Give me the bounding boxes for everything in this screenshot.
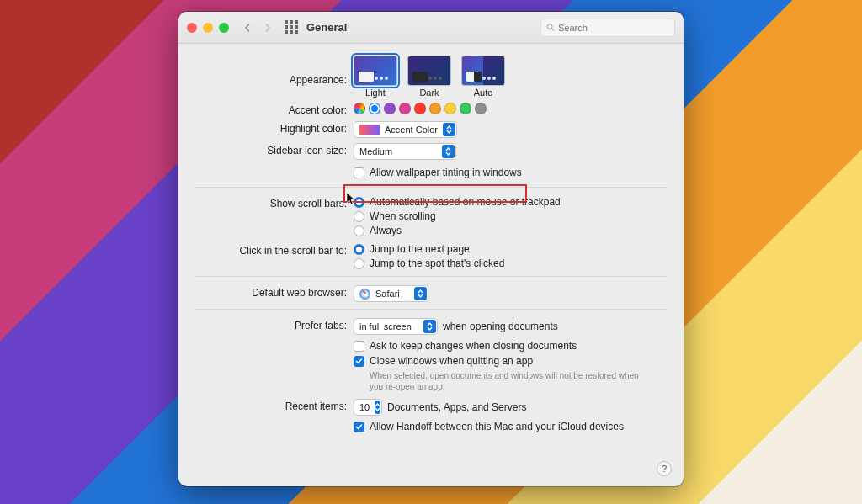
appearance-light[interactable]: Light	[354, 56, 397, 98]
appearance-auto[interactable]: Auto	[461, 56, 505, 98]
prefer-tabs-value: in full screen	[359, 321, 418, 332]
svg-line-1	[552, 29, 554, 30]
back-button[interactable]	[239, 19, 256, 36]
scrollbars-when-scrolling-radio[interactable]: When scrolling	[354, 210, 667, 222]
window-title: General	[306, 21, 347, 34]
checkbox-box-icon	[354, 167, 364, 178]
appearance-dark[interactable]: Dark	[407, 56, 451, 98]
chevron-updown-icon	[442, 145, 455, 158]
close-windows-checkbox[interactable]: Close windows when quitting an app	[354, 355, 667, 367]
search-field[interactable]	[540, 19, 675, 37]
accent-yellow[interactable]	[444, 103, 456, 114]
browser-value: Safari	[375, 289, 409, 299]
checkbox-box-icon	[354, 422, 364, 432]
recent-items-label: Recent items:	[195, 399, 354, 412]
recent-items-value: 10	[359, 402, 370, 412]
scrollbars-always-radio[interactable]: Always	[354, 225, 667, 236]
ask-keep-changes-label: Ask to keep changes when closing documen…	[370, 340, 577, 352]
accent-label: Accent color:	[195, 103, 354, 116]
nav-buttons	[239, 19, 276, 36]
click-scroll-nextpage-radio[interactable]: Jump to the next page	[354, 243, 667, 255]
sidebar-size-value: Medium	[359, 146, 437, 157]
scrollbars-auto-radio[interactable]: Automatically based on mouse or trackpad	[354, 196, 667, 208]
accent-blue[interactable]	[369, 103, 380, 114]
click-scroll-spot-radio[interactable]: Jump to the spot that's clicked	[354, 257, 667, 269]
chevron-updown-icon	[414, 287, 427, 300]
traffic-lights	[187, 23, 229, 33]
click-scroll-label: Click in the scroll bar to:	[195, 243, 354, 257]
forward-button[interactable]	[259, 19, 276, 36]
click-scroll-nextpage-label: Jump to the next page	[370, 243, 470, 255]
accent-purple[interactable]	[384, 103, 396, 114]
recent-items-select[interactable]: 10	[354, 399, 382, 416]
window-titlebar: General	[178, 12, 684, 44]
radio-icon	[354, 211, 364, 222]
svg-point-0	[547, 24, 552, 29]
browser-label: Default web browser:	[195, 285, 354, 299]
handoff-checkbox[interactable]: Allow Handoff between this Mac and your …	[354, 421, 667, 432]
click-scroll-spot-label: Jump to the spot that's clicked	[370, 257, 504, 269]
cursor-icon	[347, 193, 357, 206]
accent-green[interactable]	[460, 103, 471, 114]
checkbox-box-icon	[354, 356, 364, 367]
accent-red[interactable]	[414, 103, 426, 114]
divider	[195, 187, 667, 188]
system-preferences-window: General Appearance: Light	[178, 12, 684, 486]
help-button[interactable]: ?	[657, 461, 672, 476]
appearance-light-label: Light	[354, 88, 397, 98]
radio-icon	[354, 225, 364, 236]
scrollbars-label: Show scroll bars:	[195, 196, 354, 210]
ask-keep-changes-checkbox[interactable]: Ask to keep changes when closing documen…	[354, 340, 667, 352]
scrollbars-auto-label: Automatically based on mouse or trackpad	[370, 196, 561, 208]
zoom-window-button[interactable]	[219, 23, 229, 33]
accent-pink[interactable]	[399, 103, 411, 114]
accent-gray[interactable]	[475, 103, 487, 114]
accent-color-picker[interactable]	[354, 103, 667, 114]
default-browser-select[interactable]: Safari	[354, 285, 428, 302]
scrollbars-when-scrolling-label: When scrolling	[370, 210, 436, 222]
wallpaper-tinting-label: Allow wallpaper tinting in windows	[370, 167, 522, 178]
recent-items-suffix: Documents, Apps, and Servers	[387, 401, 526, 413]
prefer-tabs-label: Prefer tabs:	[195, 318, 354, 332]
show-all-icon[interactable]	[285, 20, 300, 35]
handoff-label: Allow Handoff between this Mac and your …	[370, 421, 624, 432]
chevron-updown-icon	[375, 401, 380, 414]
accent-orange[interactable]	[429, 103, 441, 114]
radio-icon	[354, 244, 364, 255]
divider	[195, 276, 667, 277]
chevron-updown-icon	[443, 123, 455, 136]
accent-multicolor[interactable]	[354, 103, 365, 114]
prefer-tabs-suffix: when opening documents	[443, 321, 558, 332]
sidebar-size-select[interactable]: Medium	[354, 143, 456, 160]
chevron-updown-icon	[423, 320, 436, 333]
search-input[interactable]	[558, 23, 669, 33]
divider	[195, 309, 667, 310]
appearance-dark-label: Dark	[407, 88, 451, 98]
highlight-swatch-icon	[359, 125, 380, 135]
sidebar-size-label: Sidebar icon size:	[195, 143, 354, 157]
search-icon	[546, 23, 555, 32]
appearance-auto-label: Auto	[461, 88, 505, 98]
close-windows-label: Close windows when quitting an app	[370, 355, 533, 367]
highlight-value: Accent Color	[385, 125, 438, 135]
safari-icon	[359, 289, 370, 300]
close-windows-hint: When selected, open documents and window…	[370, 370, 639, 392]
close-window-button[interactable]	[187, 23, 197, 33]
scrollbars-always-label: Always	[370, 225, 402, 236]
minimize-window-button[interactable]	[203, 23, 213, 33]
highlight-label: Highlight color:	[195, 121, 354, 135]
checkbox-box-icon	[354, 341, 364, 352]
appearance-label: Appearance:	[195, 56, 354, 86]
highlight-color-select[interactable]: Accent Color	[354, 121, 457, 138]
prefer-tabs-select[interactable]: in full screen	[354, 318, 438, 335]
radio-icon	[354, 258, 364, 269]
wallpaper-tinting-checkbox[interactable]: Allow wallpaper tinting in windows	[354, 167, 667, 178]
